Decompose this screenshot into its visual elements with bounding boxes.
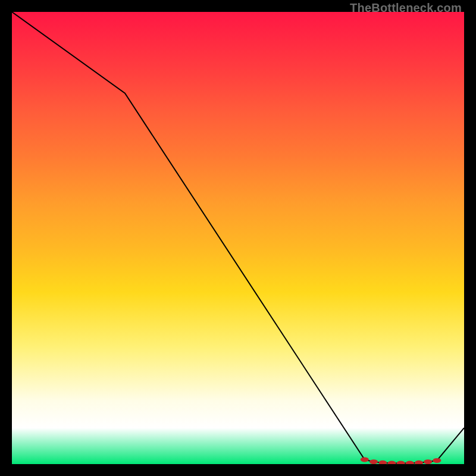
chart-canvas: TheBottleneck.com (0, 0, 476, 476)
bottleneck-dot (406, 461, 414, 464)
bottleneck-dot (387, 461, 396, 464)
bottleneck-dot (361, 457, 369, 462)
watermark-label: TheBottleneck.com (350, 1, 462, 15)
gradient-plot-background (12, 12, 464, 464)
bottleneck-dot (424, 459, 432, 464)
bottleneck-dot (415, 461, 423, 464)
bottleneck-dot (433, 458, 441, 463)
bottleneck-dot (369, 459, 378, 464)
bottleneck-dot (378, 461, 387, 464)
bottleneck-line (12, 12, 464, 463)
bottleneck-dot-group (361, 457, 441, 464)
bottleneck-dot (397, 461, 405, 464)
bottleneck-curve-svg (12, 12, 464, 464)
